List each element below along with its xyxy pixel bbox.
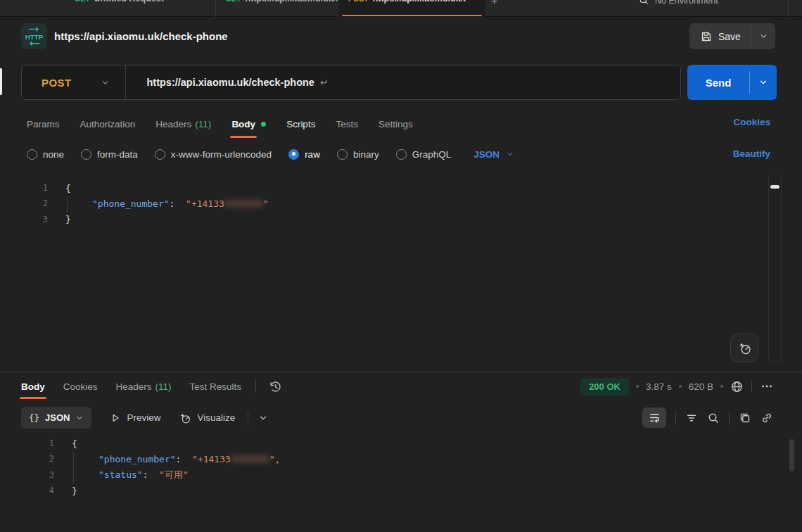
radio-graphql[interactable]: GraphQL [396,149,452,160]
line-number: 3 [0,215,48,224]
radio-form-data[interactable]: form-data [81,149,138,160]
history-icon[interactable] [269,380,282,393]
send-button-group: Send [687,65,777,100]
tab-title: GEThttps://api.xiaomu.uk/ch [226,0,338,4]
code-line: 2 "phone_number": "+141330000000", [0,451,781,467]
editor-scrollbar-thumb[interactable] [770,185,779,189]
response-tab-body[interactable]: Body [21,373,45,400]
save-button[interactable]: Save [689,23,751,49]
url-bar: POST https://api.xiaomu.uk/check-phone ↵ [21,65,681,100]
toolbar-divider [248,412,248,424]
environment-selector[interactable]: No Environment [639,0,758,17]
response-body-editor[interactable]: 1 { 2 "phone_number": "+141330000000", 3… [0,430,781,498]
response-tab-headers[interactable]: Headers(11) [116,373,172,400]
request-tab-3-active[interactable]: POSThttps://api.xiaomu.uk/t [338,0,485,17]
headers-count: (11) [155,381,172,392]
line-number: 2 [0,198,48,208]
environment-icon [639,0,649,6]
return-icon: ↵ [320,77,329,88]
radio-binary[interactable]: binary [337,149,379,160]
tools-divider [675,412,676,424]
radio-icon [337,149,348,160]
tab-method: GET [226,0,241,3]
tab-method: POST [348,0,369,3]
save-options-button[interactable] [751,23,775,49]
send-button[interactable]: Send [687,65,749,100]
window-tab-bar: GETUntitled Request GEThttps://api.xiaom… [0,0,802,17]
send-options-button[interactable] [750,65,777,100]
play-icon [110,412,121,424]
copy-icon[interactable] [739,412,751,424]
chevron-down-icon [758,77,768,87]
tab-body[interactable]: Body [231,109,266,139]
tab-settings[interactable]: Settings [378,109,413,139]
code-line: 1 { [0,180,767,196]
wrap-text-button[interactable] [642,407,666,428]
redacted-text: 0000000 [224,198,263,209]
braces-icon: {} [29,412,39,423]
radio-icon [155,149,165,160]
beautify-link[interactable]: Beautify [733,148,770,159]
wrap-text-icon [649,412,661,424]
request-tab-2[interactable]: GEThttps://api.xiaomu.uk/ch [215,0,338,17]
request-title: https://api.xiaomu.uk/check-phone [54,30,228,42]
json-type-dropdown[interactable]: JSON [473,149,514,160]
filter-icon[interactable] [685,412,698,424]
postbot-button[interactable] [730,334,758,362]
response-format-dropdown[interactable]: {} JSON [21,407,91,429]
response-meta: 200 OK 3.87 s 620 B [580,376,774,397]
status-badge: 200 OK [580,378,629,395]
link-icon[interactable] [760,412,773,424]
line-number: 2 [0,454,54,464]
dot-separator [636,385,639,388]
tools-divider [729,412,730,424]
line-number: 4 [0,486,54,495]
radio-none[interactable]: none [27,149,64,160]
response-scrollbar-thumb[interactable] [789,439,794,471]
response-time: 3.87 s [646,381,672,392]
headers-count: (11) [195,119,211,129]
dot-separator [679,385,682,388]
tab-scripts[interactable]: Scripts [286,109,315,139]
radio-icon [396,149,407,160]
radio-icon-selected [288,149,299,160]
tab-tests[interactable]: Tests [336,109,358,139]
chevron-down-icon [101,78,110,87]
editor-scroll-gutter [768,175,782,363]
response-tab-cookies[interactable]: Cookies [63,373,98,400]
radio-x-www-form-urlencoded[interactable]: x-www-form-urlencoded [155,149,272,160]
code-line: 2 "phone_number": "+141330000000" [0,196,767,211]
toolbar-chevron-down-icon[interactable] [258,413,268,423]
globe-icon[interactable] [730,380,744,393]
radio-icon [27,149,37,160]
url-input[interactable]: https://api.xiaomu.uk/check-phone ↵ [126,65,680,99]
method-selector[interactable]: POST [22,65,125,99]
radio-icon [81,149,91,160]
section-divider [0,372,802,372]
radio-raw[interactable]: raw [288,149,320,160]
http-method-badge: HTTP [21,23,47,49]
chevron-down-icon [506,150,514,158]
preview-button[interactable]: Preview [110,412,160,424]
tab-params[interactable]: Params [27,109,60,139]
chevron-down-icon [75,414,84,422]
left-edge-scroll-indicator [0,68,2,95]
line-number: 1 [0,438,54,448]
more-options-icon[interactable] [760,380,774,393]
tab-method: GET [75,0,90,3]
environment-label: No Environment [655,0,718,6]
redacted-text: 0000000 [231,454,269,464]
request-tab-1[interactable]: GETUntitled Request [65,0,215,17]
response-tab-test-results[interactable]: Test Results [190,373,242,400]
search-icon[interactable] [707,412,720,424]
tab-authorization[interactable]: Authorization [80,109,136,139]
cookies-link[interactable]: Cookies [733,117,770,127]
request-body-editor[interactable]: 1 { 2 "phone_number": "+141330000000" 3 … [0,175,767,227]
response-size: 620 B [689,381,713,392]
new-tab-button[interactable]: + [488,0,504,17]
tab-headers[interactable]: Headers(11) [155,109,211,139]
visualize-button[interactable]: Visualize [179,412,235,424]
sparkle-circle-icon [179,412,191,424]
chevron-down-icon [759,32,768,41]
line-number: 3 [0,470,54,480]
